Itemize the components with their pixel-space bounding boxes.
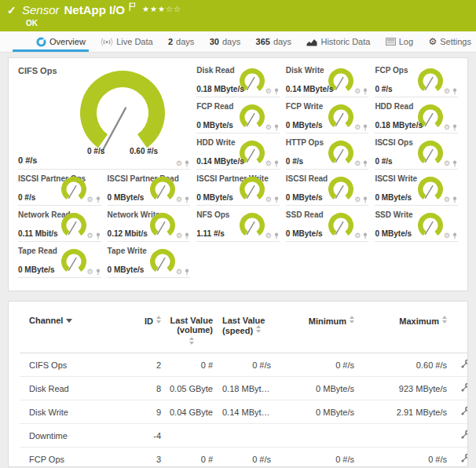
pin-icon[interactable] [185,160,189,167]
gauge-tile[interactable]: ISCSI Read 0 MByte/s ⚙ [286,171,369,206]
channel-name-cell[interactable]: FCP Ops [20,448,131,468]
gauge-tile[interactable]: ISCSI Partner Read 0 MByte/s ⚙ [108,171,191,206]
table-row[interactable]: Downtime -4 [20,424,468,448]
pin-icon[interactable] [452,196,457,203]
gear-icon[interactable]: ⚙ [444,124,450,131]
gear-icon[interactable]: ⚙ [265,232,272,239]
channel-settings-icon[interactable] [460,453,469,465]
gear-icon[interactable]: ⚙ [354,232,361,239]
pin-icon[interactable] [274,232,279,239]
pin-icon[interactable] [185,196,189,203]
channel-settings-icon[interactable] [460,359,469,371]
pin-icon[interactable] [363,232,368,239]
gauge-tile[interactable]: HDD Write 0.14 MByte/s ⚙ [196,135,280,170]
pin-icon[interactable] [96,196,101,203]
gear-icon[interactable]: ⚙ [444,232,450,239]
gear-icon[interactable]: ⚙ [265,160,272,167]
pin-icon[interactable] [274,160,279,167]
gauge-tile[interactable]: Network Write 0.12 Mbit/s ⚙ [108,207,191,242]
tab-overview[interactable]: Overview [36,31,86,52]
tab-log[interactable]: Log [386,31,413,52]
gauge-tile[interactable]: Disk Write 0.14 MByte/s ⚙ [286,63,369,97]
gauge-tile[interactable]: Tape Write 0 MByte/s ⚙ [108,243,191,278]
channel-name-cell[interactable]: Disk Write [20,400,131,424]
sort-icon[interactable] [350,316,354,324]
tab-live-data[interactable]: Live Data [101,31,152,52]
column-header-id[interactable]: ID [131,309,164,353]
gauge-tile[interactable]: ISCSI Ops 0 #/s ⚙ [375,135,458,170]
gear-icon[interactable]: ⚙ [265,124,272,131]
pin-icon[interactable] [452,160,457,167]
pin-icon[interactable] [274,124,279,131]
tab-2-days[interactable]: 2 days [168,31,194,52]
channel-settings-icon[interactable] [460,430,469,441]
gauge-tile[interactable]: SSD Write 0 MByte/s ⚙ [375,207,458,242]
gauge-tile[interactable]: HTTP Ops 0 #/s ⚙ [286,135,369,170]
gauge-tile[interactable]: FCP Ops 0 #/s ⚙ [375,63,458,97]
gauge-tile[interactable]: FCP Write 0 MByte/s ⚙ [286,99,369,133]
pin-icon[interactable] [185,269,189,276]
sort-icon[interactable] [189,337,194,345]
gauge-tile[interactable]: ISCSI Partner Ops 0 #/s ⚙ [18,171,101,206]
column-header-channel[interactable]: Channel [20,309,131,353]
channel-settings-icon[interactable] [460,406,469,418]
gear-icon[interactable]: ⚙ [444,196,450,203]
sort-icon[interactable] [442,316,447,324]
column-header-last-value-volume[interactable]: Last Value (volume) [164,309,216,353]
column-header-last-value-speed[interactable]: Last Value (speed) [216,309,274,353]
gauge-tile[interactable]: HDD Read 0.18 MByte/s ⚙ [375,99,458,133]
pin-icon[interactable] [363,88,368,95]
channel-name-cell[interactable]: Downtime [20,424,131,448]
sort-icon[interactable] [256,325,261,333]
pin-icon[interactable] [452,124,457,131]
gauge-tile[interactable]: SSD Read 0 MByte/s ⚙ [286,207,369,242]
gear-icon[interactable]: ⚙ [354,196,361,203]
sort-caret-icon[interactable] [66,319,72,323]
gear-icon[interactable]: ⚙ [87,269,93,276]
pin-icon[interactable] [363,124,368,131]
stars-filled[interactable]: ★★★ [142,5,166,13]
gear-icon[interactable]: ⚙ [176,269,182,276]
gear-icon[interactable]: ⚙ [176,232,182,239]
gear-icon[interactable]: ⚙ [87,232,93,239]
gear-icon[interactable]: ⚙ [176,196,182,203]
table-row[interactable]: Disk Write 9 0.04 GByte 0.14 MByte/s 0 M… [20,400,468,424]
column-header-maximum[interactable]: Maximum [357,309,450,353]
gear-icon[interactable]: ⚙ [444,88,450,95]
pin-icon[interactable] [96,232,101,239]
priority-stars[interactable]: ★★★☆☆ [142,5,181,13]
channel-settings-icon[interactable] [460,382,469,394]
pin-icon[interactable] [363,160,368,167]
tab-settings[interactable]: ⚙ Settings [428,31,471,52]
pin-icon[interactable] [96,269,101,276]
sort-icon[interactable] [156,316,161,324]
pin-icon[interactable] [185,232,189,239]
gauge-tile[interactable]: NFS Ops 1.11 #/s ⚙ [196,207,280,242]
stars-empty[interactable]: ☆☆ [166,5,181,13]
gear-icon[interactable]: ⚙ [265,88,272,95]
column-header-minimum[interactable]: Minimum [274,309,357,353]
gear-icon[interactable]: ⚙ [354,88,361,95]
gauge-tile[interactable]: FCP Read 0 MByte/s ⚙ [196,99,280,133]
gauge-tile-primary[interactable]: CIFS Ops 0 #/s 0.60 #/s 0 #/s ⚙ [18,63,190,170]
gear-icon[interactable]: ⚙ [87,196,93,203]
tab-historic-data[interactable]: Historic Data [306,31,370,52]
gauge-tile[interactable]: ISCSI Partner Write 0 MByte/s ⚙ [196,171,280,206]
gauge-tile[interactable]: ISCSI Write 0 MByte/s ⚙ [375,171,458,206]
table-row[interactable]: CIFS Ops 2 0 # 0 #/s 0 #/s 0.60 #/s [20,353,468,377]
gear-icon[interactable]: ⚙ [354,160,361,167]
gauge-tile[interactable]: Network Read 0.11 Mbit/s ⚙ [18,207,101,242]
channel-name-cell[interactable]: Disk Read [20,377,131,400]
gauge-tile[interactable]: Disk Read 0.18 MByte/s ⚙ [196,63,280,97]
gear-icon[interactable]: ⚙ [444,160,450,167]
gauge-tile[interactable]: Tape Read 0 MByte/s ⚙ [18,243,101,278]
pin-icon[interactable] [363,196,368,203]
pin-icon[interactable] [274,196,279,203]
channel-name-cell[interactable]: CIFS Ops [20,353,131,377]
pin-icon[interactable] [274,88,279,95]
pin-icon[interactable] [452,232,457,239]
gear-icon[interactable]: ⚙ [265,196,272,203]
priority-flag-icon[interactable] [129,1,136,15]
tab-365-days[interactable]: 365 days [256,31,292,52]
pin-icon[interactable] [452,88,457,95]
